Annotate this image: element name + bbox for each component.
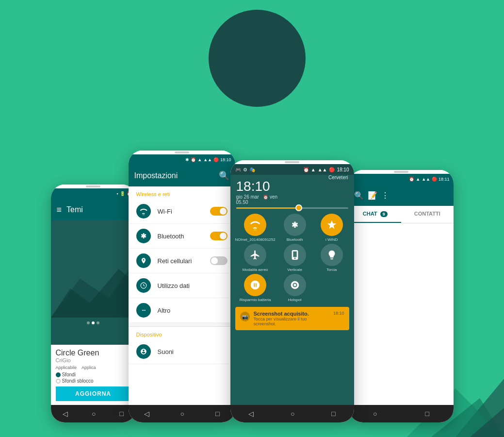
home-btn-p1[interactable]: ○ <box>92 410 96 418</box>
suoni-label: Suoni <box>158 348 228 355</box>
phone3-speaker <box>285 161 299 163</box>
p4-alarm-icon: ⏰ <box>409 177 414 182</box>
phone1-statusbar: ▪ 🔋 ⏰ <box>51 188 136 199</box>
phone2-screen: ✱ ⏰ ▲ ▲▲ 🔴 18:10 Impostazioni 🔍 Wireless… <box>129 154 235 405</box>
notif-card-title: Screenshot acquisito. <box>254 311 329 317</box>
back-btn-p2[interactable]: ◁ <box>144 410 149 418</box>
phone2-alarm-icon: ⏰ <box>191 157 196 162</box>
chat-tab-label: CHAT <box>363 211 377 217</box>
phone2-wifi-icon: ▲ <box>197 157 202 162</box>
phone2-bt-icon: ✱ <box>185 157 189 162</box>
bluetooth-label: Bluetooth <box>158 233 203 240</box>
back-btn-p1[interactable]: ◁ <box>63 410 68 418</box>
p3-signal-icon: ▲▲ <box>318 167 327 172</box>
phone2-title: Impostazioni <box>134 171 214 180</box>
chat-tab[interactable]: CHAT 9 <box>349 206 402 223</box>
home-btn-p3[interactable]: ○ <box>291 410 294 418</box>
phone1-navbar: ◁ ○ □ <box>51 405 136 422</box>
phones-container: ▪ 🔋 ⏰ ≡ Temi <box>15 151 489 422</box>
brightness-bar[interactable] <box>236 207 348 209</box>
qs-torch-label: Torcia <box>326 268 337 272</box>
reti-icon <box>136 253 151 268</box>
utilizzo-icon <box>136 278 151 293</box>
p3-time: 18:10 <box>337 167 349 172</box>
p3-alarm-icon: ⏰ <box>303 167 309 172</box>
qs-bluetooth[interactable]: ✱ Bluetooth <box>277 214 312 242</box>
weather-widget: 16°C - Parzialmente nuvoloso Cerveteri <box>288 175 348 205</box>
qs-wifi[interactable]: NOInet_201408091252 <box>235 214 276 242</box>
notif-screen: 18:10 gio 26 mar ⏰ ven 05.50 16°C - Parz… <box>230 175 354 405</box>
phone1-title: Temi <box>66 205 130 214</box>
notif-card[interactable]: 📷 Screenshot acquisito. Tocca per visual… <box>235 307 349 330</box>
home-btn-p4[interactable]: ○ <box>373 410 377 418</box>
phone3-status-right: ⏰ ▲ ▲▲ 🔴 18:10 <box>303 167 349 172</box>
phone2-status-icons: ✱ ⏰ ▲ ▲▲ 🔴 18:10 <box>185 157 231 162</box>
bluetooth-icon: ✱ <box>136 229 151 243</box>
recent-btn-p3[interactable]: □ <box>331 410 335 418</box>
qs-wifi-icon <box>244 214 266 236</box>
recent-btn-p1[interactable]: □ <box>120 410 124 418</box>
phone4-screen: ⏰ ▲ ▲▲ 🔴 18:11 🔍 📝 ⋮ CHAT 9 <box>349 174 454 405</box>
phone2-header: Impostazioni 🔍 <box>129 165 235 186</box>
qs-battery[interactable]: Risparmio batteria <box>235 274 276 302</box>
notif-date: gio 26 mar ⏰ ven 05.50 <box>236 194 288 205</box>
menu-icon[interactable]: ≡ <box>57 205 62 215</box>
qs-wifi-label: NOInet_201408091252 <box>235 237 276 242</box>
phone4-status-icons: ⏰ ▲ ▲▲ 🔴 18:11 <box>409 177 449 182</box>
bg-circle-top <box>209 10 306 107</box>
phone2-navbar: ◁ ○ □ <box>129 405 235 422</box>
search-icon-p2[interactable]: 🔍 <box>219 170 229 181</box>
compose-icon-p4[interactable]: 📝 <box>368 191 377 200</box>
theme-footer: Circle Green CriGio Applicabile Applica … <box>51 345 136 405</box>
phone3-statusbar: 🎮 ⚙ 🎭 ⏰ ▲ ▲▲ 🔴 18:10 <box>230 164 354 175</box>
settings-content: Wireless e reti Wi-Fi ✱ Bluetooth <box>129 186 235 405</box>
update-button[interactable]: AGGIORNA <box>56 387 131 401</box>
utilizzo-item[interactable]: Utilizzo dati <box>129 273 235 298</box>
qs-hotspot-label: Hotspot <box>288 298 302 302</box>
phone2-time: 18:10 <box>220 157 231 162</box>
reti-item[interactable]: Reti cellulari <box>129 249 235 273</box>
suoni-item[interactable]: Suoni <box>129 339 235 364</box>
qs-vertical[interactable]: Verticale <box>277 244 312 272</box>
more-icon-p4[interactable]: ⋮ <box>381 191 389 200</box>
phone4-top <box>349 170 454 174</box>
section-wireless: Wireless e reti <box>129 186 235 199</box>
recent-btn-p2[interactable]: □ <box>215 410 219 418</box>
reti-toggle[interactable] <box>210 256 228 265</box>
contatti-tab[interactable]: CONTATTI <box>401 206 454 223</box>
back-btn-p3[interactable]: ◁ <box>248 410 254 418</box>
p3-emoji2: 🎭 <box>249 167 255 172</box>
qs-wind[interactable]: i WIND <box>314 214 349 242</box>
sfondi-radio[interactable]: Sfondi <box>56 372 76 377</box>
qs-torch-icon <box>321 244 343 266</box>
home-btn-p2[interactable]: ○ <box>180 410 184 418</box>
dot3 <box>97 321 99 324</box>
utilizzo-label: Utilizzo dati <box>158 282 228 289</box>
wifi-toggle[interactable] <box>210 207 228 216</box>
bluetooth-item[interactable]: ✱ Bluetooth <box>129 224 235 249</box>
phone-themes: ▪ 🔋 ⏰ ≡ Temi <box>51 185 136 422</box>
notif-card-text: Screenshot acquisito. Tocca per visualiz… <box>254 311 329 326</box>
p3-gear: ⚙ <box>243 167 247 172</box>
qs-battery-label: Risparmio batteria <box>240 298 271 302</box>
dots-indicator <box>51 319 136 326</box>
wifi-item[interactable]: Wi-Fi <box>129 199 235 224</box>
phone2-speaker <box>175 151 189 153</box>
bluetooth-toggle[interactable] <box>210 232 228 240</box>
p4-signal-icon: ▲▲ <box>422 177 430 182</box>
altro-item[interactable]: ··· Altro <box>129 298 235 323</box>
phone1-battery-icon: 🔋 <box>120 191 125 196</box>
wifi-label: Wi-Fi <box>158 208 203 215</box>
recent-btn-p4[interactable]: □ <box>425 410 429 418</box>
qs-airplane[interactable]: Modalità aereo <box>235 244 276 272</box>
theme-author: CriGio <box>56 357 131 363</box>
section-device: Dispositivo <box>129 327 235 339</box>
sfondi-sblocco-label: Sfondi sblocco <box>62 378 94 384</box>
qs-torch[interactable]: Torcia <box>314 244 349 272</box>
qs-hotspot[interactable]: Hotspot <box>277 274 312 302</box>
qs-bt-label: Bluetooth <box>287 237 303 242</box>
dot1 <box>87 321 90 324</box>
qs-vertical-label: Verticale <box>287 268 302 272</box>
search-icon-p4[interactable]: 🔍 <box>354 191 364 200</box>
sfondi-sblocco-radio[interactable]: Sfondi sblocco <box>56 378 131 384</box>
